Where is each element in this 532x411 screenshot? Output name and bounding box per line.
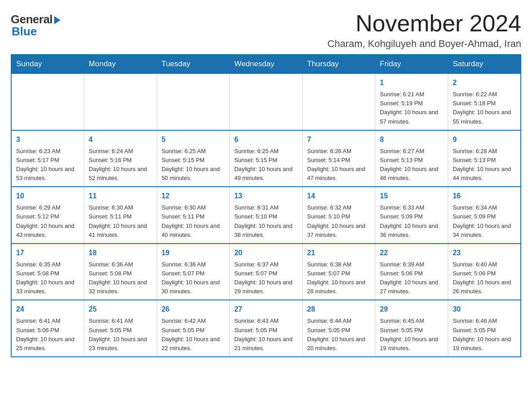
calendar: SundayMondayTuesdayWednesdayThursdayFrid… xyxy=(11,54,521,357)
day-info: Sunrise: 6:28 AMSunset: 5:13 PMDaylight:… xyxy=(453,147,516,183)
calendar-cell: 20Sunrise: 6:37 AMSunset: 5:07 PMDayligh… xyxy=(230,244,303,300)
day-info: Sunrise: 6:30 AMSunset: 5:11 PMDaylight:… xyxy=(162,203,225,240)
week-row: 17Sunrise: 6:35 AMSunset: 5:08 PMDayligh… xyxy=(11,244,521,300)
calendar-cell: 16Sunrise: 6:34 AMSunset: 5:09 PMDayligh… xyxy=(448,187,521,244)
calendar-cell: 7Sunrise: 6:26 AMSunset: 5:14 PMDaylight… xyxy=(302,130,375,187)
day-of-week-header: Wednesday xyxy=(230,55,303,73)
day-info: Sunrise: 6:39 AMSunset: 5:06 PMDaylight:… xyxy=(380,260,443,296)
subtitle: Charam, Kohgiluyeh and Boyer-Ahmad, Iran xyxy=(327,38,521,50)
day-number: 13 xyxy=(234,191,298,201)
day-number: 30 xyxy=(453,304,516,315)
calendar-cell: 12Sunrise: 6:30 AMSunset: 5:11 PMDayligh… xyxy=(157,187,230,244)
day-info: Sunrise: 6:33 AMSunset: 5:09 PMDaylight:… xyxy=(380,203,443,240)
day-of-week-header: Monday xyxy=(84,55,157,73)
day-number: 3 xyxy=(16,134,79,145)
calendar-cell: 30Sunrise: 6:46 AMSunset: 5:05 PMDayligh… xyxy=(448,300,521,357)
day-of-week-header: Friday xyxy=(375,55,448,73)
day-number: 11 xyxy=(89,191,152,201)
week-row: 3Sunrise: 6:23 AMSunset: 5:17 PMDaylight… xyxy=(11,130,521,187)
calendar-cell: 6Sunrise: 6:25 AMSunset: 5:15 PMDaylight… xyxy=(230,130,303,187)
week-row: 1Sunrise: 6:21 AMSunset: 5:19 PMDaylight… xyxy=(11,73,521,130)
calendar-cell: 21Sunrise: 6:38 AMSunset: 5:07 PMDayligh… xyxy=(302,244,375,300)
calendar-cell: 14Sunrise: 6:32 AMSunset: 5:10 PMDayligh… xyxy=(302,187,375,244)
calendar-cell: 29Sunrise: 6:45 AMSunset: 5:05 PMDayligh… xyxy=(375,300,448,357)
day-number: 8 xyxy=(380,134,443,145)
calendar-cell: 24Sunrise: 6:41 AMSunset: 5:06 PMDayligh… xyxy=(11,300,84,357)
calendar-cell: 9Sunrise: 6:28 AMSunset: 5:13 PMDaylight… xyxy=(448,130,521,187)
day-number: 5 xyxy=(162,134,225,145)
day-info: Sunrise: 6:46 AMSunset: 5:05 PMDaylight:… xyxy=(453,317,516,353)
day-number: 25 xyxy=(89,304,152,315)
calendar-cell xyxy=(157,73,230,130)
calendar-cell: 13Sunrise: 6:31 AMSunset: 5:10 PMDayligh… xyxy=(230,187,303,244)
day-info: Sunrise: 6:31 AMSunset: 5:10 PMDaylight:… xyxy=(234,203,298,240)
day-info: Sunrise: 6:21 AMSunset: 5:19 PMDaylight:… xyxy=(380,90,443,126)
day-number: 28 xyxy=(307,304,371,315)
calendar-cell xyxy=(84,73,157,130)
day-info: Sunrise: 6:30 AMSunset: 5:11 PMDaylight:… xyxy=(89,203,152,240)
day-number: 17 xyxy=(16,248,79,258)
day-number: 20 xyxy=(234,248,298,258)
day-info: Sunrise: 6:36 AMSunset: 5:08 PMDaylight:… xyxy=(89,260,152,296)
calendar-cell: 18Sunrise: 6:36 AMSunset: 5:08 PMDayligh… xyxy=(84,244,157,300)
day-number: 22 xyxy=(380,248,443,258)
calendar-cell xyxy=(230,73,303,130)
calendar-cell: 1Sunrise: 6:21 AMSunset: 5:19 PMDaylight… xyxy=(375,73,448,130)
day-info: Sunrise: 6:25 AMSunset: 5:15 PMDaylight:… xyxy=(234,147,298,183)
day-info: Sunrise: 6:35 AMSunset: 5:08 PMDaylight:… xyxy=(16,260,79,296)
day-info: Sunrise: 6:41 AMSunset: 5:06 PMDaylight:… xyxy=(16,317,79,353)
day-number: 23 xyxy=(453,248,516,258)
calendar-cell xyxy=(11,73,84,130)
day-number: 2 xyxy=(453,77,516,88)
day-info: Sunrise: 6:26 AMSunset: 5:14 PMDaylight:… xyxy=(307,147,371,183)
day-number: 27 xyxy=(234,304,298,315)
day-number: 7 xyxy=(307,134,371,145)
day-number: 10 xyxy=(16,191,79,201)
day-info: Sunrise: 6:37 AMSunset: 5:07 PMDaylight:… xyxy=(234,260,298,296)
calendar-cell: 8Sunrise: 6:27 AMSunset: 5:13 PMDaylight… xyxy=(375,130,448,187)
day-of-week-header: Saturday xyxy=(448,55,521,73)
day-number: 19 xyxy=(162,248,225,258)
calendar-cell: 26Sunrise: 6:42 AMSunset: 5:05 PMDayligh… xyxy=(157,300,230,357)
day-info: Sunrise: 6:23 AMSunset: 5:17 PMDaylight:… xyxy=(16,147,79,183)
day-info: Sunrise: 6:40 AMSunset: 5:06 PMDaylight:… xyxy=(453,260,516,296)
day-of-week-header: Sunday xyxy=(11,55,84,73)
day-info: Sunrise: 6:38 AMSunset: 5:07 PMDaylight:… xyxy=(307,260,371,296)
day-info: Sunrise: 6:43 AMSunset: 5:05 PMDaylight:… xyxy=(234,317,298,353)
day-number: 16 xyxy=(453,191,516,201)
page-title: November 2024 xyxy=(327,11,521,36)
day-info: Sunrise: 6:32 AMSunset: 5:10 PMDaylight:… xyxy=(307,203,371,240)
title-area: November 2024 Charam, Kohgiluyeh and Boy… xyxy=(327,11,521,50)
calendar-cell: 25Sunrise: 6:41 AMSunset: 5:05 PMDayligh… xyxy=(84,300,157,357)
day-info: Sunrise: 6:45 AMSunset: 5:05 PMDaylight:… xyxy=(380,317,443,353)
calendar-cell: 5Sunrise: 6:25 AMSunset: 5:15 PMDaylight… xyxy=(157,130,230,187)
calendar-cell: 28Sunrise: 6:44 AMSunset: 5:05 PMDayligh… xyxy=(302,300,375,357)
logo-blue-text: Blue xyxy=(12,25,37,39)
logo-arrow-icon xyxy=(54,16,60,24)
day-number: 24 xyxy=(16,304,79,315)
day-info: Sunrise: 6:29 AMSunset: 5:12 PMDaylight:… xyxy=(16,203,79,240)
day-info: Sunrise: 6:36 AMSunset: 5:07 PMDaylight:… xyxy=(162,260,225,296)
day-number: 21 xyxy=(307,248,371,258)
day-info: Sunrise: 6:34 AMSunset: 5:09 PMDaylight:… xyxy=(453,203,516,240)
day-number: 1 xyxy=(380,77,443,88)
day-of-week-header: Tuesday xyxy=(157,55,230,73)
calendar-cell: 27Sunrise: 6:43 AMSunset: 5:05 PMDayligh… xyxy=(230,300,303,357)
week-row: 24Sunrise: 6:41 AMSunset: 5:06 PMDayligh… xyxy=(11,300,521,357)
calendar-cell: 4Sunrise: 6:24 AMSunset: 5:16 PMDaylight… xyxy=(84,130,157,187)
day-info: Sunrise: 6:24 AMSunset: 5:16 PMDaylight:… xyxy=(89,147,152,183)
calendar-cell xyxy=(302,73,375,130)
day-number: 6 xyxy=(234,134,298,145)
day-info: Sunrise: 6:44 AMSunset: 5:05 PMDaylight:… xyxy=(307,317,371,353)
calendar-cell: 10Sunrise: 6:29 AMSunset: 5:12 PMDayligh… xyxy=(11,187,84,244)
day-number: 29 xyxy=(380,304,443,315)
calendar-cell: 23Sunrise: 6:40 AMSunset: 5:06 PMDayligh… xyxy=(448,244,521,300)
calendar-cell: 3Sunrise: 6:23 AMSunset: 5:17 PMDaylight… xyxy=(11,130,84,187)
calendar-cell: 15Sunrise: 6:33 AMSunset: 5:09 PMDayligh… xyxy=(375,187,448,244)
day-number: 15 xyxy=(380,191,443,201)
day-info: Sunrise: 6:25 AMSunset: 5:15 PMDaylight:… xyxy=(162,147,225,183)
header: General Blue November 2024 Charam, Kohgi… xyxy=(11,11,521,50)
calendar-cell: 19Sunrise: 6:36 AMSunset: 5:07 PMDayligh… xyxy=(157,244,230,300)
calendar-header-row: SundayMondayTuesdayWednesdayThursdayFrid… xyxy=(11,55,521,73)
calendar-cell: 22Sunrise: 6:39 AMSunset: 5:06 PMDayligh… xyxy=(375,244,448,300)
